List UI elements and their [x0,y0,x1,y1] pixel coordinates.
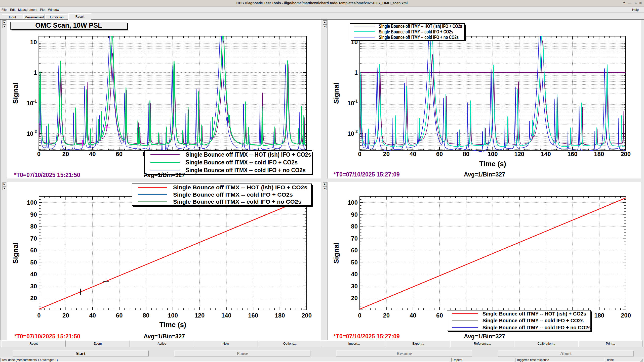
svg-text:1: 1 [354,69,358,76]
svg-text:Time (s): Time (s) [479,160,506,168]
svg-text:10-1: 10-1 [347,99,358,107]
svg-text:40: 40 [30,271,37,278]
svg-text:50: 50 [351,259,358,266]
svg-text:60: 60 [351,247,358,254]
svg-text:70: 70 [30,235,37,242]
svg-text:100: 100 [488,151,498,157]
svg-text:120: 120 [514,151,524,157]
svg-text:20: 20 [30,295,37,301]
svg-text:Single Bounce off ITMY -- cold: Single Bounce off ITMY -- cold IFO + CO2… [482,318,584,323]
svg-text:40: 40 [89,312,96,319]
svg-text:100: 100 [27,199,37,206]
svg-text:140: 140 [541,151,551,157]
svg-text:50: 50 [30,259,37,266]
svg-text:120: 120 [194,312,205,319]
svg-text:0: 0 [358,312,361,319]
svg-text:*T0=07/10/2025 15:21:50: *T0=07/10/2025 15:21:50 [14,333,80,340]
svg-text:40: 40 [351,271,358,278]
svg-text:OMC Scan, 10W PSL: OMC Scan, 10W PSL [35,22,102,29]
svg-text:30: 30 [30,283,37,290]
svg-text:Single Bounce off ITMX -- HOT: Single Bounce off ITMX -- HOT (ish) IFO … [186,151,311,158]
svg-text:10-2: 10-2 [27,129,37,137]
svg-text:Single Bounce off ITMX -- cold: Single Bounce off ITMX -- cold IFO + no … [186,167,306,173]
svg-text:20: 20 [383,312,390,319]
svg-text:60: 60 [436,312,443,319]
svg-text:200: 200 [621,151,631,157]
svg-text:Signal: Signal [12,83,19,104]
svg-text:1: 1 [33,69,37,76]
svg-text:20: 20 [62,312,69,319]
svg-text:20: 20 [62,151,69,157]
svg-text:140: 140 [221,312,231,319]
svg-text:Single Bounce off ITMY -- HOT: Single Bounce off ITMY -- HOT (ish) IFO … [379,23,462,29]
svg-text:30: 30 [351,283,358,290]
svg-text:80: 80 [463,151,469,157]
svg-text:60: 60 [30,247,37,254]
svg-text:Single Bounce off ITMY -- cold: Single Bounce off ITMY -- cold IFO + no … [482,325,591,330]
svg-text:0: 0 [37,151,41,157]
svg-text:Time (s): Time (s) [159,321,186,329]
svg-text:40: 40 [89,151,96,157]
svg-text:60: 60 [116,312,123,319]
svg-text:180: 180 [594,312,604,319]
svg-text:100: 100 [168,312,178,319]
svg-text:Single Bounce off ITMY -- cold: Single Bounce off ITMY -- cold IFO + no … [379,34,459,40]
svg-text:20: 20 [383,151,390,157]
svg-text:180: 180 [275,312,285,319]
svg-text:60: 60 [436,151,443,157]
svg-text:10-2: 10-2 [347,129,358,137]
svg-text:Signal: Signal [332,243,340,264]
svg-text:40: 40 [410,312,416,319]
svg-text:*T0=07/10/2025 15:27:09: *T0=07/10/2025 15:27:09 [334,171,400,178]
svg-text:Single Bounce off ITMX -- cold: Single Bounce off ITMX -- cold IFO + CO2… [173,192,293,198]
svg-text:90: 90 [351,211,358,218]
svg-text:0: 0 [358,151,361,157]
svg-text:0: 0 [37,312,41,319]
svg-text:Single Bounce off ITMY -- HOT: Single Bounce off ITMY -- HOT (ish) + CO… [482,311,586,316]
svg-text:*T0=07/10/2025 15:21:50: *T0=07/10/2025 15:21:50 [14,172,80,178]
svg-text:180: 180 [594,151,604,157]
svg-text:20: 20 [351,295,358,301]
svg-text:80: 80 [30,223,37,230]
svg-text:200: 200 [302,312,312,319]
svg-text:90: 90 [30,211,37,218]
svg-text:60: 60 [116,151,123,157]
svg-text:10-1: 10-1 [27,99,37,107]
svg-text:100: 100 [348,199,358,206]
svg-text:*T0=07/10/2025 15:27:09: *T0=07/10/2025 15:27:09 [334,333,400,340]
svg-text:Avg=1/Bin=327: Avg=1/Bin=327 [464,333,505,340]
svg-text:200: 200 [621,312,631,319]
svg-text:80: 80 [351,223,358,230]
svg-text:Single Bounce off ITMX -- cold: Single Bounce off ITMX -- cold IFO + no … [173,199,301,205]
svg-text:Avg=1/Bin=327: Avg=1/Bin=327 [144,333,185,340]
svg-text:Signal: Signal [12,243,19,264]
svg-text:40: 40 [410,151,416,157]
svg-text:Single Bounce off ITMX -- HOT: Single Bounce off ITMX -- HOT (ish) IFO … [173,184,307,191]
svg-text:80: 80 [143,312,149,319]
svg-text:Avg=1/Bin=327: Avg=1/Bin=327 [464,171,505,178]
svg-text:160: 160 [248,312,258,319]
svg-text:70: 70 [351,235,358,242]
svg-text:Single Bounce off ITMX -- cold: Single Bounce off ITMX -- cold IFO + CO2… [186,159,298,166]
svg-text:10: 10 [30,39,37,46]
svg-text:Avg=1/Bin=327: Avg=1/Bin=327 [144,172,185,178]
svg-text:160: 160 [568,151,578,157]
svg-text:Single Bounce off ITMY -- cold: Single Bounce off ITMY -- cold IFO + CO2… [379,29,453,34]
svg-text:Signal: Signal [332,83,340,104]
